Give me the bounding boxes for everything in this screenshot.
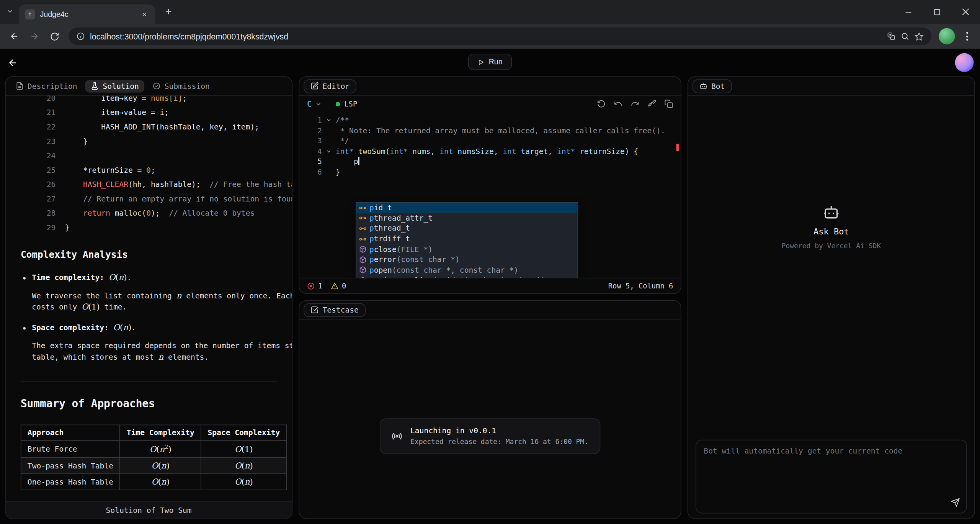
- editor-code-line[interactable]: 1/**: [299, 115, 681, 125]
- suggest-label: pthread_attr_t: [369, 214, 433, 223]
- reload-icon[interactable]: [45, 27, 64, 46]
- run-button[interactable]: Run: [468, 54, 512, 70]
- testcase-panel: Testcase Launching in v0.0.1 Expected re…: [299, 300, 681, 519]
- user-avatar[interactable]: [955, 53, 974, 72]
- play-icon: [477, 59, 484, 66]
- symbol-class-icon: [359, 214, 367, 222]
- url-text[interactable]: localhost:3000/problems/cm8pjqdem0001ty8…: [90, 31, 882, 41]
- toast-title: Launching in v0.0.1: [410, 426, 588, 435]
- lens-search-icon[interactable]: [901, 32, 910, 41]
- editor-panel-header: Editor: [299, 77, 681, 96]
- tab-close-icon[interactable]: [140, 10, 149, 18]
- reset-code-icon[interactable]: [597, 100, 606, 108]
- editor-code-line[interactable]: 3 */: [299, 136, 681, 146]
- browser-titlebar: Judge4c: [0, 0, 980, 24]
- new-tab-button[interactable]: [164, 7, 173, 16]
- suggest-item[interactable]: ptrdiff_t: [356, 234, 578, 244]
- editor-tab[interactable]: Editor: [304, 79, 356, 93]
- code-line: 22 HASH_ADD_INT(hashTable, key, item);: [6, 120, 292, 134]
- suggest-item[interactable]: posix_memalign(void **, size_t, size_t): [356, 275, 578, 278]
- code-line: 27 // Return an empty array if no soluti…: [6, 192, 292, 206]
- editor-code-line[interactable]: 5 p: [299, 157, 681, 167]
- copy-icon[interactable]: [665, 100, 673, 108]
- fold-gutter: [322, 167, 336, 177]
- testcase-tab[interactable]: Testcase: [304, 303, 365, 317]
- code-line: 28 return malloc(0); // Allocate 0 bytes: [6, 206, 292, 221]
- editor-line-number: 6: [299, 167, 322, 177]
- line-number: 21: [6, 106, 56, 120]
- math-expression: n: [158, 352, 164, 361]
- editor-code-line[interactable]: 4int* twoSum(int* nums, int numsSize, in…: [299, 146, 681, 157]
- summary-table-head-row: ApproachTime ComplexitySpace Complexity: [21, 425, 287, 440]
- panel-layout: Description Solution Submission 20 item→…: [0, 76, 980, 519]
- table-cell: O(n): [120, 458, 201, 474]
- problem-panel: Description Solution Submission 20 item→…: [5, 76, 292, 519]
- radio-broadcast-icon: [392, 431, 402, 442]
- undo-icon[interactable]: [614, 100, 622, 108]
- bot-message-input[interactable]: [696, 440, 966, 513]
- suggest-item[interactable]: pthread_attr_t: [356, 213, 578, 223]
- square-check-icon: [310, 306, 318, 314]
- suggest-item[interactable]: pclose(FILE *): [356, 244, 578, 254]
- editor-code-line[interactable]: 2 * Note: The returned array must be mal…: [299, 125, 681, 136]
- fold-chevron-icon[interactable]: [322, 146, 336, 157]
- address-bar[interactable]: localhost:3000/problems/cm8pjqdem0001ty8…: [69, 28, 931, 45]
- editor-line-number: 5: [299, 157, 322, 167]
- editor-line-number: 3: [299, 136, 322, 146]
- table-cell: O(n): [120, 474, 201, 490]
- testcase-panel-header: Testcase: [299, 301, 681, 319]
- table-cell: O(n): [201, 474, 286, 490]
- symbol-class-icon: [359, 235, 367, 243]
- suggest-label: pid_t: [369, 203, 392, 212]
- suggest-label: popen(const char *, const char *): [369, 266, 518, 275]
- symbol-class-icon: [359, 204, 367, 212]
- testcase-tab-label: Testcase: [322, 306, 358, 314]
- code-editor[interactable]: 1/**2 * Note: The returned array must be…: [299, 112, 681, 278]
- code-line: 20 item→key = nums[i];: [6, 96, 292, 106]
- language-select[interactable]: [315, 100, 322, 107]
- warning-count: 0: [342, 282, 346, 290]
- suggest-item[interactable]: perror(const char *): [356, 254, 578, 265]
- table-cell: O(1): [201, 440, 286, 458]
- tab-search-icon[interactable]: [6, 8, 14, 15]
- tab-description[interactable]: Description: [10, 80, 83, 92]
- suggest-item[interactable]: popen(const char *, const char *): [356, 265, 578, 275]
- bot-tab[interactable]: Bot: [693, 79, 732, 93]
- summary-heading: Summary of Approaches: [21, 397, 292, 410]
- browser-tab[interactable]: Judge4c: [19, 4, 155, 24]
- bot-large-icon: [823, 203, 840, 221]
- tab-submission[interactable]: Submission: [147, 80, 215, 92]
- translate-icon[interactable]: [887, 32, 896, 41]
- suggest-item[interactable]: pid_t: [356, 203, 578, 213]
- file-text-icon: [16, 82, 24, 90]
- editor-code-line[interactable]: 6}: [299, 167, 681, 177]
- fold-gutter: [322, 125, 336, 136]
- editor-line-number: 1: [299, 115, 322, 125]
- editor-toolbar: C LSP: [299, 96, 681, 112]
- site-info-icon[interactable]: [76, 32, 85, 41]
- bookmark-star-icon[interactable]: [915, 31, 924, 41]
- tab-solution[interactable]: Solution: [85, 80, 145, 92]
- maximize-button[interactable]: [923, 0, 951, 24]
- circle-check-icon: [153, 82, 161, 90]
- browser-profile-avatar[interactable]: [939, 28, 955, 44]
- browser-menu-icon[interactable]: [959, 28, 975, 44]
- run-label: Run: [489, 57, 503, 66]
- send-message-button[interactable]: [951, 498, 960, 507]
- back-nav-icon[interactable]: [5, 27, 24, 46]
- favicon: [25, 9, 35, 19]
- editor-line-number: 4: [299, 146, 322, 157]
- minimize-button[interactable]: [894, 0, 923, 24]
- line-number: 26: [6, 178, 56, 192]
- problem-panel-tabs: Description Solution Submission: [6, 77, 292, 96]
- redo-icon[interactable]: [630, 100, 639, 108]
- format-brush-icon[interactable]: [647, 100, 656, 108]
- app-back-button[interactable]: [8, 57, 18, 68]
- line-number: 20: [6, 96, 56, 106]
- line-number: 27: [6, 192, 56, 206]
- ask-bot-label: Ask Bot: [813, 226, 849, 236]
- close-button[interactable]: [951, 0, 980, 24]
- suggest-item[interactable]: pthread_t: [356, 223, 578, 234]
- forward-nav-icon[interactable]: [25, 27, 44, 46]
- fold-chevron-icon[interactable]: [322, 115, 336, 125]
